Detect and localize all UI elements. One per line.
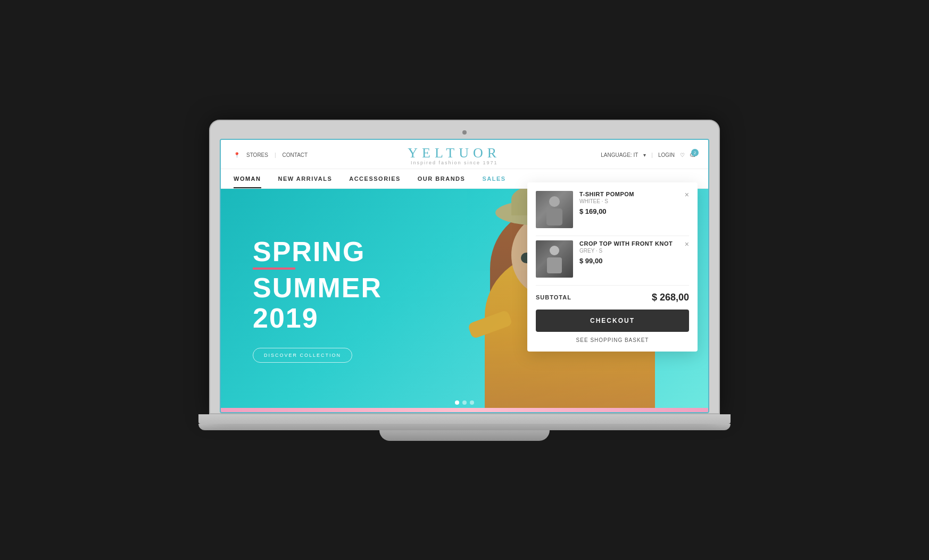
cart-item-2: CROP TOP WITH FRONT KNOT GREY · S $ 99,0…	[536, 240, 689, 278]
nav-item-our-brands[interactable]: OUR BRANDS	[418, 169, 466, 188]
cart-subtotal-amount: $ 268,00	[652, 292, 689, 303]
cart-item-2-name: CROP TOP WITH FRONT KNOT	[579, 240, 689, 247]
hero-title-year: 2019	[253, 302, 382, 335]
cart-item-2-image	[536, 240, 573, 278]
header-top-left: 📍 STORES | CONTACT	[234, 152, 308, 158]
separator2: |	[651, 152, 653, 158]
cart-item-1-person	[536, 191, 573, 228]
cart-divider-2	[536, 285, 689, 286]
laptop-stand	[379, 430, 550, 441]
checkout-button[interactable]: CHECKOUT	[536, 310, 689, 332]
site-header: 📍 STORES | CONTACT YELTUOR Inspired fash…	[221, 140, 708, 189]
nav-item-sales[interactable]: SALES	[482, 169, 505, 188]
cart-dropdown: T-SHIRT POMPOM WHITEE · S $ 169,00 ×	[527, 182, 698, 352]
hero-title-spring: SPRING	[253, 238, 382, 265]
laptop-base	[198, 424, 731, 430]
brand-center: YELTUOR Inspired fashion since 1971	[308, 145, 601, 165]
hero-title-summer: SUMMER	[253, 274, 382, 302]
cart-subtotal-label: SUBTOTAL	[536, 294, 571, 300]
brand-name[interactable]: YELTUOR	[308, 145, 601, 161]
cart-item-1-price: $ 169,00	[579, 207, 689, 215]
nav-item-woman[interactable]: WOMAN	[234, 169, 261, 188]
cart-item-2-person	[536, 240, 573, 278]
see-basket-link[interactable]: SEE SHOPPING BASKET	[536, 337, 689, 343]
hero-dot-3[interactable]	[470, 400, 474, 405]
cart-item-1-variant: WHITEE · S	[579, 198, 689, 204]
hero-underline	[253, 268, 295, 270]
cart-item-1-remove-button[interactable]: ×	[685, 191, 689, 198]
cart-button[interactable]: 🛍 2	[690, 152, 695, 158]
wishlist-icon[interactable]: ♡	[680, 152, 685, 158]
location-icon: 📍	[234, 152, 240, 158]
hero-content: SPRING SUMMER 2019 DISCOVER COLLECTION	[221, 238, 414, 362]
language-arrow: ▾	[643, 152, 646, 158]
cart-item-1-name: T-SHIRT POMPOM	[579, 191, 689, 197]
discover-collection-button[interactable]: DISCOVER COLLECTION	[253, 348, 352, 363]
laptop-wrapper: 📍 STORES | CONTACT YELTUOR Inspired fash…	[198, 120, 731, 441]
header-top: 📍 STORES | CONTACT YELTUOR Inspired fash…	[221, 140, 708, 169]
login-link[interactable]: LOGIN	[658, 152, 675, 158]
hero-bottom-strip	[221, 408, 708, 412]
hero-dots	[455, 400, 474, 405]
laptop-bottom	[198, 414, 731, 424]
cart-subtotal: SUBTOTAL $ 268,00	[536, 292, 689, 303]
nav-item-new-arrivals[interactable]: NEW ARRIVALS	[278, 169, 333, 188]
svg-rect-1	[546, 208, 562, 225]
cart-item-2-info: CROP TOP WITH FRONT KNOT GREY · S $ 99,0…	[579, 240, 689, 278]
cart-badge: 2	[691, 149, 699, 156]
brand-tagline: Inspired fashion since 1971	[308, 160, 601, 165]
separator: |	[275, 152, 276, 158]
cart-divider-1	[536, 236, 689, 236]
hero-dot-1[interactable]	[455, 400, 459, 405]
cart-item-2-variant: GREY · S	[579, 248, 689, 254]
hero-dot-2[interactable]	[462, 400, 467, 405]
svg-rect-3	[547, 257, 562, 273]
svg-point-2	[550, 246, 559, 255]
cart-item-1-info: T-SHIRT POMPOM WHITEE · S $ 169,00	[579, 191, 689, 228]
cart-item-2-price: $ 99,00	[579, 257, 689, 265]
cart-item-1: T-SHIRT POMPOM WHITEE · S $ 169,00 ×	[536, 191, 689, 228]
cart-item-2-remove-button[interactable]: ×	[685, 240, 689, 248]
laptop-screen-outer: 📍 STORES | CONTACT YELTUOR Inspired fash…	[209, 120, 720, 414]
stores-link[interactable]: STORES	[246, 152, 268, 158]
cart-item-1-image	[536, 191, 573, 228]
contact-link[interactable]: CONTACT	[283, 152, 308, 158]
laptop-camera	[462, 130, 467, 135]
language-selector[interactable]: LANGUAGE: IT	[601, 152, 638, 158]
svg-point-0	[549, 196, 560, 207]
laptop-screen-inner: 📍 STORES | CONTACT YELTUOR Inspired fash…	[220, 139, 709, 413]
nav-item-accessories[interactable]: ACCESSORIES	[349, 169, 401, 188]
header-top-right: LANGUAGE: IT ▾ | LOGIN ♡ 🛍 2	[601, 152, 695, 158]
